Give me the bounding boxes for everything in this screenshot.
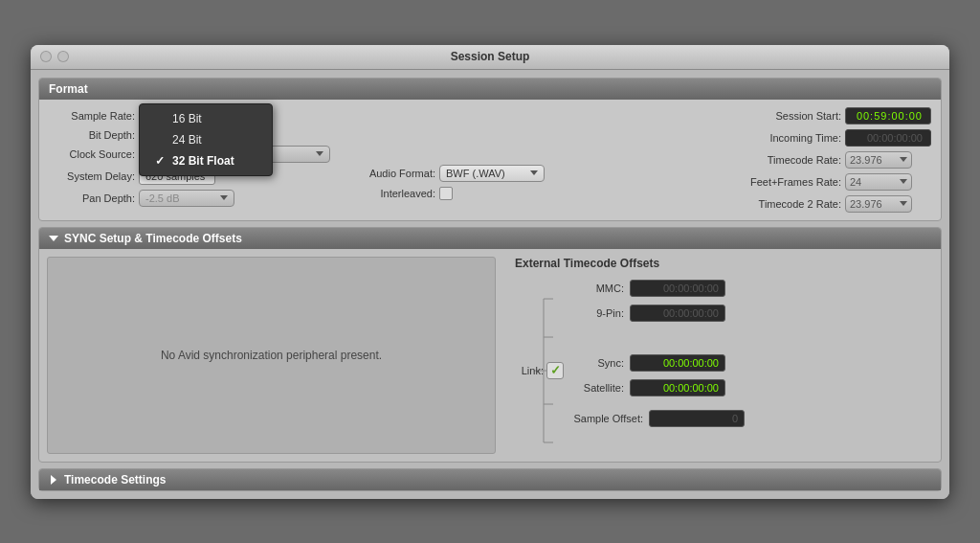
ext-tc-title: External Timecode Offsets	[515, 257, 924, 270]
feet-frames-dropdown[interactable]: 24	[845, 173, 912, 191]
nine-pin-value[interactable]: 00:00:00:00	[630, 305, 725, 322]
sample-rate-dropdown-container: 32 Bit Float 16 Bit	[139, 107, 234, 124]
session-start-value[interactable]: 00:59:00:00	[845, 107, 931, 124]
session-start-label: Session Start:	[726, 110, 841, 122]
tc-rows: MMC: 00:00:00:00 9-Pin: 00:00:00:00 Sync…	[563, 280, 745, 454]
format-section: Format Sample Rate: 32 Bit Float	[38, 78, 942, 221]
interleaved-checkbox[interactable]	[439, 187, 453, 200]
sync-label: Sync:	[563, 357, 630, 369]
mmc-value[interactable]: 00:00:00:00	[630, 280, 725, 297]
feet-frames-label: Feet+Frames Rate:	[726, 176, 841, 188]
pan-depth-label: Pan Depth:	[49, 192, 135, 204]
format-section-body: Sample Rate: 32 Bit Float 16 Bit	[39, 100, 941, 220]
audio-format-label: Audio Format:	[349, 168, 435, 179]
tc-offsets-container: Link: ✓ MMC: 00:00:00:00 9-Pin:	[515, 280, 924, 454]
session-setup-window: Session Setup Format Sample Rate: 32 Bit…	[31, 45, 949, 499]
clock-source-label: Clock Source:	[49, 148, 135, 160]
pan-depth-row: Pan Depth: -2.5 dB	[49, 190, 330, 207]
satellite-row: Satellite: 00:00:00:00	[563, 379, 745, 396]
interleaved-row: Interleaved:	[349, 187, 545, 200]
format-section-header: Format	[39, 79, 941, 100]
nine-pin-row: 9-Pin: 00:00:00:00	[563, 305, 745, 322]
feet-frames-row: Feet+Frames Rate: 24	[726, 173, 931, 191]
session-start-row: Session Start: 00:59:00:00	[726, 107, 931, 124]
timecode-section-header[interactable]: Timecode Settings	[39, 469, 941, 490]
audio-format-row: Audio Format: BWF (.WAV)	[349, 165, 545, 182]
sync-section-header[interactable]: SYNC Setup & Timecode Offsets	[39, 228, 941, 249]
timecode2-rate-arrow-icon	[900, 201, 907, 206]
sample-rate-popup: 16 Bit 24 Bit ✓ 32 Bit Float	[139, 103, 273, 176]
timecode-rate-label: Timecode Rate:	[726, 154, 841, 166]
sample-offset-row: Sample Offset: 0	[563, 410, 745, 427]
timecode-rate-dropdown[interactable]: 23.976	[845, 151, 912, 169]
sync-right-panel: External Timecode Offsets	[505, 257, 933, 454]
sample-offset-value[interactable]: 0	[649, 410, 745, 427]
timecode-rate-arrow-icon	[900, 157, 907, 162]
bracket-container: Link: ✓	[515, 289, 553, 454]
window-content: Format Sample Rate: 32 Bit Float	[31, 70, 949, 499]
incoming-time-row: Incoming Time: 00:00:00:00	[726, 129, 931, 147]
collapse-arrow-icon	[49, 236, 58, 241]
timecode-section: Timecode Settings	[38, 468, 942, 491]
bit-depth-label: Bit Depth:	[49, 129, 135, 141]
audio-format-dropdown[interactable]: BWF (.WAV)	[439, 165, 545, 182]
timecode2-rate-label: Timecode 2 Rate:	[726, 198, 841, 210]
window-title: Session Setup	[451, 50, 530, 63]
close-button[interactable]	[40, 51, 52, 62]
format-mid-col: Audio Format: BWF (.WAV) Interleaved:	[349, 165, 545, 213]
timecode2-rate-dropdown[interactable]: 23.976	[845, 195, 912, 213]
system-delay-label: System Delay:	[49, 170, 135, 182]
link-row: Link: ✓	[515, 362, 564, 379]
sync-row: Sync: 00:00:00:00	[563, 354, 745, 372]
satellite-label: Satellite:	[563, 382, 630, 394]
sync-section: SYNC Setup & Timecode Offsets No Avid sy…	[38, 227, 942, 463]
incoming-time-value[interactable]: 00:00:00:00	[845, 129, 931, 147]
format-left-col: Sample Rate: 32 Bit Float 16 Bit	[49, 107, 330, 213]
satellite-value[interactable]: 00:00:00:00	[630, 379, 725, 396]
link-checkbox[interactable]: ✓	[546, 362, 564, 379]
pan-dropdown-arrow-icon	[220, 195, 228, 200]
sample-offset-label: Sample Offset:	[563, 413, 649, 424]
dropdown-item-32bit[interactable]: ✓ 32 Bit Float	[140, 150, 272, 171]
audio-format-arrow-icon	[530, 170, 538, 175]
title-bar: Session Setup	[31, 45, 949, 70]
pan-depth-dropdown[interactable]: -2.5 dB	[139, 190, 234, 207]
mmc-row: MMC: 00:00:00:00	[563, 280, 745, 297]
sample-rate-label: Sample Rate:	[49, 110, 135, 122]
link-label: Link:	[515, 365, 544, 376]
mmc-label: MMC:	[563, 283, 630, 294]
sync-value[interactable]: 00:00:00:00	[630, 354, 725, 372]
format-right-col: Session Start: 00:59:00:00 Incoming Time…	[726, 107, 931, 213]
link-spacer	[563, 329, 745, 351]
nine-pin-label: 9-Pin:	[563, 307, 630, 319]
traffic-lights	[40, 51, 69, 62]
sync-left-panel: No Avid synchronization peripheral prese…	[47, 257, 496, 454]
timecode-rate-row: Timecode Rate: 23.976	[726, 151, 931, 169]
interleaved-label: Interleaved:	[349, 188, 435, 199]
incoming-time-label: Incoming Time:	[726, 132, 841, 144]
minimize-button[interactable]	[57, 51, 69, 62]
timecode-collapse-icon	[51, 475, 56, 485]
feet-frames-arrow-icon	[900, 179, 907, 184]
sync-body: No Avid synchronization peripheral prese…	[39, 249, 941, 462]
timecode2-rate-row: Timecode 2 Rate: 23.976	[726, 195, 931, 213]
clock-dropdown-arrow-icon	[316, 151, 323, 156]
sample-rate-row: Sample Rate: 32 Bit Float 16 Bit	[49, 107, 330, 124]
dropdown-item-16bit[interactable]: 16 Bit	[140, 108, 272, 129]
dropdown-item-24bit[interactable]: 24 Bit	[140, 129, 272, 150]
